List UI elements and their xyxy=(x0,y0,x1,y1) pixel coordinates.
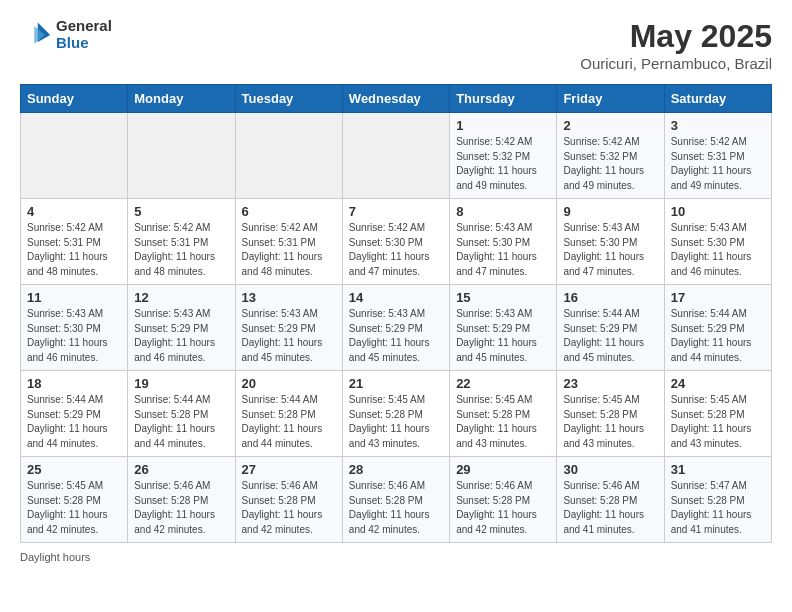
calendar-cell xyxy=(128,113,235,199)
day-info: Sunrise: 5:43 AM Sunset: 5:30 PM Dayligh… xyxy=(456,221,550,279)
calendar-cell: 26Sunrise: 5:46 AM Sunset: 5:28 PM Dayli… xyxy=(128,457,235,543)
calendar-cell: 17Sunrise: 5:44 AM Sunset: 5:29 PM Dayli… xyxy=(664,285,771,371)
calendar-cell: 13Sunrise: 5:43 AM Sunset: 5:29 PM Dayli… xyxy=(235,285,342,371)
day-info: Sunrise: 5:43 AM Sunset: 5:30 PM Dayligh… xyxy=(671,221,765,279)
day-number: 27 xyxy=(242,462,336,477)
day-info: Sunrise: 5:42 AM Sunset: 5:31 PM Dayligh… xyxy=(671,135,765,193)
calendar-cell: 18Sunrise: 5:44 AM Sunset: 5:29 PM Dayli… xyxy=(21,371,128,457)
day-number: 15 xyxy=(456,290,550,305)
day-number: 19 xyxy=(134,376,228,391)
title-block: May 2025 Ouricuri, Pernambuco, Brazil xyxy=(580,18,772,72)
day-info: Sunrise: 5:44 AM Sunset: 5:29 PM Dayligh… xyxy=(27,393,121,451)
calendar-cell: 16Sunrise: 5:44 AM Sunset: 5:29 PM Dayli… xyxy=(557,285,664,371)
day-info: Sunrise: 5:46 AM Sunset: 5:28 PM Dayligh… xyxy=(134,479,228,537)
calendar-cell: 30Sunrise: 5:46 AM Sunset: 5:28 PM Dayli… xyxy=(557,457,664,543)
calendar-week-row: 18Sunrise: 5:44 AM Sunset: 5:29 PM Dayli… xyxy=(21,371,772,457)
calendar-week-row: 1Sunrise: 5:42 AM Sunset: 5:32 PM Daylig… xyxy=(21,113,772,199)
calendar-cell xyxy=(235,113,342,199)
calendar-cell xyxy=(21,113,128,199)
day-info: Sunrise: 5:43 AM Sunset: 5:29 PM Dayligh… xyxy=(456,307,550,365)
day-number: 30 xyxy=(563,462,657,477)
calendar-cell: 8Sunrise: 5:43 AM Sunset: 5:30 PM Daylig… xyxy=(450,199,557,285)
calendar: SundayMondayTuesdayWednesdayThursdayFrid… xyxy=(20,84,772,543)
day-info: Sunrise: 5:45 AM Sunset: 5:28 PM Dayligh… xyxy=(563,393,657,451)
day-info: Sunrise: 5:46 AM Sunset: 5:28 PM Dayligh… xyxy=(242,479,336,537)
day-number: 26 xyxy=(134,462,228,477)
day-number: 24 xyxy=(671,376,765,391)
day-number: 3 xyxy=(671,118,765,133)
calendar-cell: 25Sunrise: 5:45 AM Sunset: 5:28 PM Dayli… xyxy=(21,457,128,543)
calendar-cell: 22Sunrise: 5:45 AM Sunset: 5:28 PM Dayli… xyxy=(450,371,557,457)
calendar-cell: 31Sunrise: 5:47 AM Sunset: 5:28 PM Dayli… xyxy=(664,457,771,543)
calendar-cell: 3Sunrise: 5:42 AM Sunset: 5:31 PM Daylig… xyxy=(664,113,771,199)
day-info: Sunrise: 5:45 AM Sunset: 5:28 PM Dayligh… xyxy=(349,393,443,451)
day-info: Sunrise: 5:43 AM Sunset: 5:30 PM Dayligh… xyxy=(27,307,121,365)
calendar-cell: 4Sunrise: 5:42 AM Sunset: 5:31 PM Daylig… xyxy=(21,199,128,285)
calendar-cell: 10Sunrise: 5:43 AM Sunset: 5:30 PM Dayli… xyxy=(664,199,771,285)
day-number: 4 xyxy=(27,204,121,219)
day-number: 28 xyxy=(349,462,443,477)
day-info: Sunrise: 5:44 AM Sunset: 5:28 PM Dayligh… xyxy=(242,393,336,451)
calendar-cell: 28Sunrise: 5:46 AM Sunset: 5:28 PM Dayli… xyxy=(342,457,449,543)
calendar-header-row: SundayMondayTuesdayWednesdayThursdayFrid… xyxy=(21,85,772,113)
day-info: Sunrise: 5:42 AM Sunset: 5:30 PM Dayligh… xyxy=(349,221,443,279)
calendar-cell: 19Sunrise: 5:44 AM Sunset: 5:28 PM Dayli… xyxy=(128,371,235,457)
day-info: Sunrise: 5:46 AM Sunset: 5:28 PM Dayligh… xyxy=(456,479,550,537)
day-number: 21 xyxy=(349,376,443,391)
day-info: Sunrise: 5:42 AM Sunset: 5:32 PM Dayligh… xyxy=(456,135,550,193)
day-info: Sunrise: 5:46 AM Sunset: 5:28 PM Dayligh… xyxy=(563,479,657,537)
day-number: 16 xyxy=(563,290,657,305)
calendar-cell: 11Sunrise: 5:43 AM Sunset: 5:30 PM Dayli… xyxy=(21,285,128,371)
day-info: Sunrise: 5:44 AM Sunset: 5:28 PM Dayligh… xyxy=(134,393,228,451)
day-info: Sunrise: 5:42 AM Sunset: 5:31 PM Dayligh… xyxy=(27,221,121,279)
day-info: Sunrise: 5:47 AM Sunset: 5:28 PM Dayligh… xyxy=(671,479,765,537)
logo-general-text: General xyxy=(56,18,112,35)
subtitle: Ouricuri, Pernambuco, Brazil xyxy=(580,55,772,72)
day-info: Sunrise: 5:44 AM Sunset: 5:29 PM Dayligh… xyxy=(563,307,657,365)
day-info: Sunrise: 5:43 AM Sunset: 5:29 PM Dayligh… xyxy=(134,307,228,365)
day-number: 7 xyxy=(349,204,443,219)
calendar-cell: 1Sunrise: 5:42 AM Sunset: 5:32 PM Daylig… xyxy=(450,113,557,199)
calendar-week-row: 25Sunrise: 5:45 AM Sunset: 5:28 PM Dayli… xyxy=(21,457,772,543)
day-number: 17 xyxy=(671,290,765,305)
day-info: Sunrise: 5:43 AM Sunset: 5:30 PM Dayligh… xyxy=(563,221,657,279)
day-info: Sunrise: 5:44 AM Sunset: 5:29 PM Dayligh… xyxy=(671,307,765,365)
calendar-cell: 15Sunrise: 5:43 AM Sunset: 5:29 PM Dayli… xyxy=(450,285,557,371)
calendar-cell: 27Sunrise: 5:46 AM Sunset: 5:28 PM Dayli… xyxy=(235,457,342,543)
calendar-cell: 23Sunrise: 5:45 AM Sunset: 5:28 PM Dayli… xyxy=(557,371,664,457)
calendar-week-row: 4Sunrise: 5:42 AM Sunset: 5:31 PM Daylig… xyxy=(21,199,772,285)
calendar-cell: 14Sunrise: 5:43 AM Sunset: 5:29 PM Dayli… xyxy=(342,285,449,371)
calendar-cell: 21Sunrise: 5:45 AM Sunset: 5:28 PM Dayli… xyxy=(342,371,449,457)
day-number: 31 xyxy=(671,462,765,477)
footer-note: Daylight hours xyxy=(20,551,772,563)
day-number: 20 xyxy=(242,376,336,391)
logo-icon xyxy=(20,19,52,51)
logo-blue-text: Blue xyxy=(56,35,112,52)
calendar-cell: 29Sunrise: 5:46 AM Sunset: 5:28 PM Dayli… xyxy=(450,457,557,543)
calendar-cell: 20Sunrise: 5:44 AM Sunset: 5:28 PM Dayli… xyxy=(235,371,342,457)
day-number: 2 xyxy=(563,118,657,133)
day-info: Sunrise: 5:45 AM Sunset: 5:28 PM Dayligh… xyxy=(456,393,550,451)
calendar-day-header: Tuesday xyxy=(235,85,342,113)
header: General Blue May 2025 Ouricuri, Pernambu… xyxy=(20,18,772,72)
logo: General Blue xyxy=(20,18,112,51)
day-info: Sunrise: 5:46 AM Sunset: 5:28 PM Dayligh… xyxy=(349,479,443,537)
day-info: Sunrise: 5:42 AM Sunset: 5:31 PM Dayligh… xyxy=(134,221,228,279)
day-number: 8 xyxy=(456,204,550,219)
day-number: 6 xyxy=(242,204,336,219)
day-number: 5 xyxy=(134,204,228,219)
calendar-day-header: Monday xyxy=(128,85,235,113)
day-number: 10 xyxy=(671,204,765,219)
day-info: Sunrise: 5:43 AM Sunset: 5:29 PM Dayligh… xyxy=(349,307,443,365)
day-number: 18 xyxy=(27,376,121,391)
day-info: Sunrise: 5:42 AM Sunset: 5:31 PM Dayligh… xyxy=(242,221,336,279)
calendar-cell: 6Sunrise: 5:42 AM Sunset: 5:31 PM Daylig… xyxy=(235,199,342,285)
calendar-cell: 24Sunrise: 5:45 AM Sunset: 5:28 PM Dayli… xyxy=(664,371,771,457)
calendar-cell xyxy=(342,113,449,199)
day-info: Sunrise: 5:45 AM Sunset: 5:28 PM Dayligh… xyxy=(27,479,121,537)
day-number: 23 xyxy=(563,376,657,391)
day-number: 12 xyxy=(134,290,228,305)
day-number: 1 xyxy=(456,118,550,133)
calendar-day-header: Friday xyxy=(557,85,664,113)
day-number: 25 xyxy=(27,462,121,477)
